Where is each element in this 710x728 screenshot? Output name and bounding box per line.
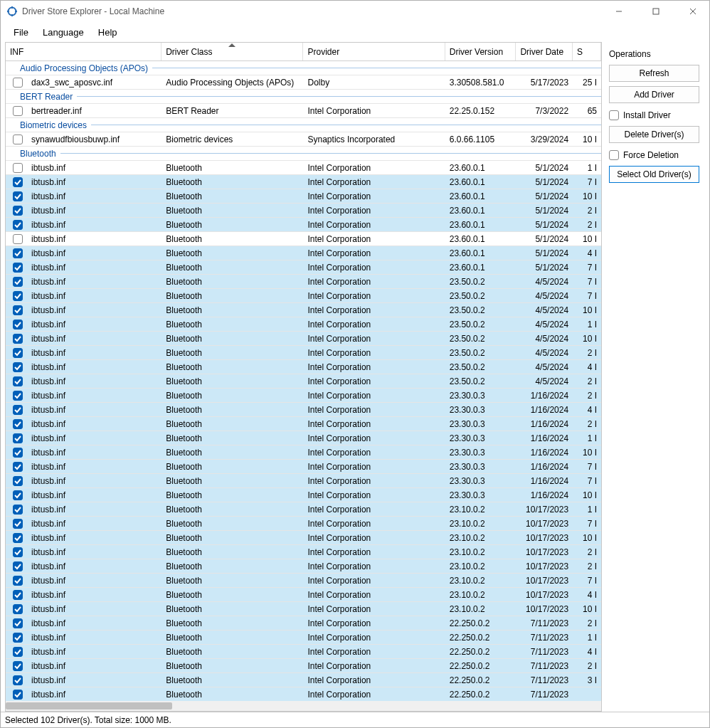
table-row[interactable]: bertreader.infBERT ReaderIntel Corporati… [6, 104, 601, 118]
row-checkbox[interactable] [13, 106, 23, 116]
column-version[interactable]: Driver Version [445, 43, 516, 60]
row-checkbox[interactable] [13, 533, 23, 543]
row-checkbox[interactable] [13, 433, 23, 443]
table-row[interactable]: ibtusb.infBluetoothIntel Corporation22.2… [6, 659, 601, 673]
row-checkbox[interactable] [13, 334, 23, 344]
row-checkbox[interactable] [13, 191, 23, 201]
row-checkbox[interactable] [13, 263, 23, 273]
table-row[interactable]: ibtusb.infBluetoothIntel Corporation22.2… [6, 645, 601, 659]
row-checkbox[interactable] [13, 163, 23, 173]
table-row[interactable]: ibtusb.infBluetoothIntel Corporation22.2… [6, 631, 601, 645]
table-row[interactable]: ibtusb.infBluetoothIntel Corporation23.3… [6, 445, 601, 460]
row-checkbox[interactable] [13, 134, 23, 144]
table-row[interactable]: synawudfbiousbuwp.infBiometric devicesSy… [6, 132, 601, 147]
row-checkbox[interactable] [13, 362, 23, 372]
table-row[interactable]: ibtusb.infBluetoothIntel Corporation23.6… [6, 161, 601, 175]
table-row[interactable]: ibtusb.infBluetoothIntel Corporation23.3… [6, 389, 601, 403]
row-checkbox[interactable] [13, 391, 23, 401]
column-inf[interactable]: INF [6, 43, 161, 60]
row-checkbox[interactable] [13, 633, 23, 643]
table-row[interactable]: ibtusb.infBluetoothIntel Corporation23.6… [6, 204, 601, 218]
column-date[interactable]: Driver Date [516, 43, 573, 60]
menu-file[interactable]: File [6, 24, 36, 41]
row-checkbox[interactable] [13, 690, 23, 700]
table-row[interactable]: ibtusb.infBluetoothIntel Corporation23.5… [6, 332, 601, 346]
menu-help[interactable]: Help [91, 24, 124, 41]
delete-drivers-button[interactable]: Delete Driver(s) [609, 126, 699, 143]
table-row[interactable]: ibtusb.infBluetoothIntel Corporation22.2… [6, 673, 601, 687]
row-checkbox[interactable] [13, 604, 23, 614]
column-provider[interactable]: Provider [303, 43, 445, 60]
row-checkbox[interactable] [13, 320, 23, 329]
scrollbar-thumb[interactable] [6, 702, 172, 709]
table-row[interactable]: ibtusb.infBluetoothIntel Corporation23.1… [6, 517, 601, 531]
row-checkbox[interactable] [13, 561, 23, 571]
table-row[interactable]: ibtusb.infBluetoothIntel Corporation23.3… [6, 431, 601, 445]
table-row[interactable]: ibtusb.infBluetoothIntel Corporation23.6… [6, 260, 601, 275]
install-driver-checkbox[interactable]: Install Driver [609, 107, 699, 123]
row-checkbox[interactable] [13, 234, 23, 244]
table-row[interactable]: ibtusb.infBluetoothIntel Corporation23.5… [6, 289, 601, 303]
force-deletion-checkbox[interactable]: Force Deletion [609, 147, 699, 163]
row-checkbox[interactable] [13, 661, 23, 671]
table-row[interactable]: ibtusb.infBluetoothIntel Corporation23.5… [6, 317, 601, 332]
row-checkbox[interactable] [13, 177, 23, 187]
table-row[interactable]: ibtusb.infBluetoothIntel Corporation22.2… [6, 687, 601, 701]
table-row[interactable]: ibtusb.infBluetoothIntel Corporation23.1… [6, 502, 601, 517]
menu-language[interactable]: Language [36, 24, 91, 41]
group-header[interactable]: Bluetooth [6, 147, 601, 161]
group-header[interactable]: Audio Processing Objects (APOs) [6, 61, 601, 75]
table-row[interactable]: ibtusb.infBluetoothIntel Corporation23.3… [6, 460, 601, 474]
table-row[interactable]: dax3_swc_aposvc.infAudio Processing Obje… [6, 75, 601, 90]
row-checkbox[interactable] [13, 576, 23, 586]
table-row[interactable]: ibtusb.infBluetoothIntel Corporation23.5… [6, 303, 601, 317]
row-checkbox[interactable] [13, 419, 23, 429]
table-row[interactable]: ibtusb.infBluetoothIntel Corporation23.6… [6, 189, 601, 204]
table-row[interactable]: ibtusb.infBluetoothIntel Corporation23.6… [6, 246, 601, 260]
table-row[interactable]: ibtusb.infBluetoothIntel Corporation23.3… [6, 417, 601, 431]
column-size[interactable]: S [573, 43, 601, 60]
row-checkbox[interactable] [13, 78, 23, 88]
table-row[interactable]: ibtusb.infBluetoothIntel Corporation23.1… [6, 531, 601, 545]
row-checkbox[interactable] [13, 248, 23, 258]
column-class[interactable]: Driver Class [161, 43, 303, 60]
table-row[interactable]: ibtusb.infBluetoothIntel Corporation23.1… [6, 574, 601, 588]
row-checkbox[interactable] [13, 206, 23, 216]
table-row[interactable]: ibtusb.infBluetoothIntel Corporation23.6… [6, 218, 601, 232]
row-checkbox[interactable] [13, 647, 23, 657]
minimize-button[interactable] [603, 1, 635, 22]
group-header[interactable]: Biometric devices [6, 118, 601, 132]
horizontal-scrollbar[interactable] [6, 701, 601, 711]
maximize-button[interactable] [640, 1, 672, 22]
row-checkbox[interactable] [13, 476, 23, 486]
row-checkbox[interactable] [13, 547, 23, 557]
row-checkbox[interactable] [13, 405, 23, 415]
row-checkbox[interactable] [13, 376, 23, 386]
table-row[interactable]: ibtusb.infBluetoothIntel Corporation23.5… [6, 346, 601, 360]
row-checkbox[interactable] [13, 519, 23, 529]
table-row[interactable]: ibtusb.infBluetoothIntel Corporation23.5… [6, 374, 601, 389]
table-row[interactable]: ibtusb.infBluetoothIntel Corporation23.6… [6, 175, 601, 189]
row-checkbox[interactable] [13, 348, 23, 358]
row-checkbox[interactable] [13, 675, 23, 685]
row-checkbox[interactable] [13, 305, 23, 315]
row-checkbox[interactable] [13, 220, 23, 230]
row-checkbox[interactable] [13, 462, 23, 472]
table-row[interactable]: ibtusb.infBluetoothIntel Corporation23.1… [6, 602, 601, 616]
table-row[interactable]: ibtusb.infBluetoothIntel Corporation23.3… [6, 403, 601, 417]
table-row[interactable]: ibtusb.infBluetoothIntel Corporation23.5… [6, 275, 601, 289]
refresh-button[interactable]: Refresh [609, 65, 699, 82]
row-checkbox[interactable] [13, 590, 23, 600]
table-row[interactable]: ibtusb.infBluetoothIntel Corporation23.3… [6, 488, 601, 502]
row-checkbox[interactable] [13, 618, 23, 628]
table-row[interactable]: ibtusb.infBluetoothIntel Corporation23.1… [6, 545, 601, 559]
row-checkbox[interactable] [13, 490, 23, 500]
table-row[interactable]: ibtusb.infBluetoothIntel Corporation23.3… [6, 474, 601, 488]
close-button[interactable] [677, 1, 709, 22]
row-checkbox[interactable] [13, 505, 23, 515]
select-old-drivers-button[interactable]: Select Old Driver(s) [609, 166, 699, 183]
table-row[interactable]: ibtusb.infBluetoothIntel Corporation23.5… [6, 360, 601, 374]
row-checkbox[interactable] [13, 291, 23, 301]
grid-body[interactable]: Audio Processing Objects (APOs)dax3_swc_… [6, 61, 601, 701]
table-row[interactable]: ibtusb.infBluetoothIntel Corporation22.2… [6, 616, 601, 631]
